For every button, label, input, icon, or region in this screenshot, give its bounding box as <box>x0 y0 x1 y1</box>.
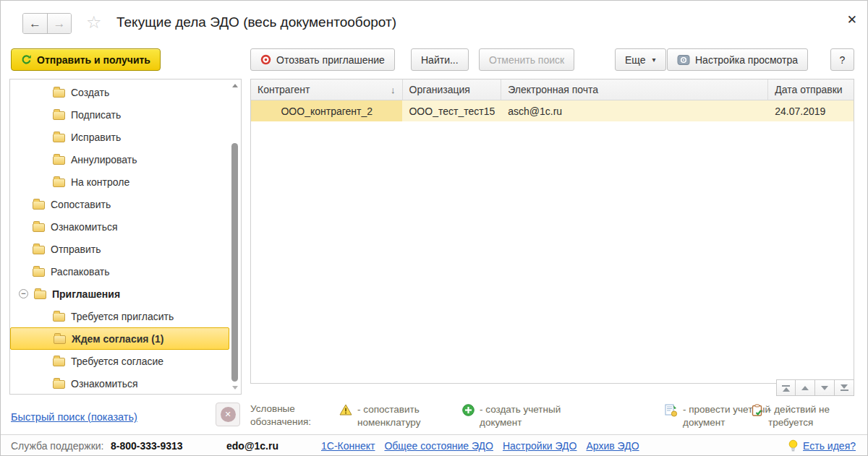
sidebar-item-label: Требуется согласие <box>71 356 163 367</box>
statusbar-links: 1С-Коннект Общее состояние ЭДО Настройки… <box>321 440 639 452</box>
column-label: Организация <box>409 84 470 95</box>
close-icon[interactable]: ✕ <box>847 12 857 27</box>
column-header-contragent[interactable]: Контрагент ↓ <box>251 79 403 100</box>
sidebar-scrollbar[interactable] <box>231 81 239 392</box>
sidebar-item-label: Исправить <box>71 132 121 143</box>
folder-icon <box>53 156 65 165</box>
sidebar-item-label: Распаковать <box>51 266 110 278</box>
cell-contragent[interactable]: ООО_контрагент_2 <box>251 100 402 121</box>
favorite-star-icon[interactable]: ☆ <box>86 12 102 33</box>
help-button[interactable]: ? <box>830 48 854 71</box>
sidebar-item-review[interactable]: Ознакомиться <box>10 215 229 238</box>
column-label: Контрагент <box>258 84 310 95</box>
folder-icon <box>33 201 45 210</box>
sidebar-item-label: Ознакомиться <box>71 378 138 390</box>
revoke-icon <box>260 54 271 65</box>
column-header-email[interactable]: Электронная почта <box>501 79 768 100</box>
help-label: ? <box>840 54 846 66</box>
triangle-up-icon <box>783 387 790 392</box>
folder-icon <box>53 358 65 366</box>
folder-icon <box>34 291 46 299</box>
link-edo-settings[interactable]: Настройки ЭДО <box>503 440 577 452</box>
view-settings-label: Настройка просмотра <box>695 54 798 66</box>
find-label: Найти... <box>421 54 459 66</box>
view-settings-button[interactable]: Настройка просмотра <box>667 48 808 71</box>
sidebar-item-label: Сопоставить <box>51 199 111 210</box>
forward-arrow-icon: → <box>54 17 66 31</box>
sidebar-item-label: Требуется пригласить <box>71 311 174 322</box>
first-bar-icon <box>782 385 790 387</box>
sidebar-item-label: Приглашения <box>52 288 120 300</box>
view-settings-icon <box>677 54 690 66</box>
go-first-button[interactable] <box>776 379 796 396</box>
legend-label: - сопоставить номенклатуру <box>357 403 438 429</box>
send-receive-label: Отправить и получить <box>37 54 150 66</box>
sidebar-item-review-2[interactable]: Ознакомиться <box>10 372 229 395</box>
cell-organization[interactable]: ООО_тест_тест15 <box>402 100 501 121</box>
sidebar-item-sign[interactable]: Подписать <box>10 103 229 126</box>
clear-x-icon: ✕ <box>221 407 236 422</box>
sidebar-item-annul[interactable]: Аннулировать <box>10 148 229 171</box>
folder-icon <box>53 380 65 389</box>
legend-title: Условные обозначения: <box>250 403 331 428</box>
status-bar: Служба поддержки: 8-800-333-9313 edo@1c.… <box>1 434 867 456</box>
folders-tree: Создать Подписать Исправить Аннулировать… <box>10 81 241 395</box>
quick-search-link[interactable]: Быстрый поиск (показать) <box>11 411 137 423</box>
go-prev-button[interactable] <box>796 379 815 396</box>
sidebar-item-label: Аннулировать <box>71 154 137 165</box>
link-1c-connect[interactable]: 1С-Коннект <box>321 440 375 452</box>
sidebar-item-match[interactable]: Сопоставить <box>10 193 229 215</box>
column-header-sent-date[interactable]: Дата отправки <box>768 79 854 100</box>
folder-icon <box>54 335 66 344</box>
find-button[interactable]: Найти... <box>411 48 469 71</box>
warning-icon <box>339 404 352 416</box>
legend-item-create-doc: - создать учетный документ <box>462 403 579 429</box>
folder-icon <box>33 246 45 254</box>
sidebar-item-invitations[interactable]: −Приглашения <box>10 283 229 305</box>
idea-link[interactable]: Есть идея? <box>803 440 856 452</box>
collapse-icon[interactable]: − <box>19 289 28 298</box>
folder-icon <box>53 89 65 98</box>
go-next-button[interactable] <box>815 379 835 396</box>
link-edo-status[interactable]: Общее состояние ЭДО <box>384 440 493 452</box>
table-row[interactable]: ООО_контрагент_2 ООО_тест_тест15 asch@1c… <box>251 100 854 121</box>
scroll-up-icon[interactable] <box>232 84 238 87</box>
sidebar-item-label: Отправить <box>51 244 101 255</box>
sidebar-item-send[interactable]: Отправить <box>10 238 229 260</box>
scroll-down-icon[interactable] <box>232 386 238 390</box>
last-bar-icon <box>841 390 848 391</box>
more-button[interactable]: Еще ▾ <box>615 48 666 71</box>
documents-table: Контрагент ↓ Организация Электронная поч… <box>250 79 854 384</box>
sidebar-item-unpack[interactable]: Распаковать <box>10 260 229 283</box>
no-action-icon <box>752 404 763 417</box>
sidebar-item-on-control[interactable]: На контроле <box>10 171 229 193</box>
column-header-organization[interactable]: Организация <box>403 79 502 100</box>
link-edo-archive[interactable]: Архив ЭДО <box>586 440 639 452</box>
go-last-button[interactable] <box>835 379 854 396</box>
support-phone: 8-800-333-9313 <box>111 440 183 452</box>
cancel-search-label: Отменить поиск <box>489 54 564 66</box>
folder-icon <box>53 134 65 142</box>
folder-icon <box>53 111 65 120</box>
sidebar-item-need-invite[interactable]: Требуется пригласить <box>10 305 229 327</box>
cell-sent-date[interactable]: 24.07.2019 <box>768 100 854 121</box>
legend-label: - действий не требуется <box>768 403 843 429</box>
clear-search-button[interactable]: ✕ <box>216 403 240 426</box>
sidebar-item-fix[interactable]: Исправить <box>10 126 229 148</box>
forward-button[interactable]: → <box>47 14 71 33</box>
idea-block: Есть идея? <box>788 439 856 452</box>
sidebar-item-awaiting-consent[interactable]: Ждем согласия (1) <box>10 327 229 350</box>
cancel-search-button[interactable]: Отменить поиск <box>479 48 574 71</box>
revoke-invitation-button[interactable]: Отозвать приглашение <box>250 48 395 71</box>
sidebar-item-create[interactable]: Создать <box>10 81 229 103</box>
folder-icon <box>33 223 45 232</box>
cell-email[interactable]: asch@1c.ru <box>501 100 768 121</box>
send-receive-button[interactable]: Отправить и получить <box>11 48 161 71</box>
folder-icon <box>53 178 65 187</box>
sidebar-item-consent-required[interactable]: Требуется согласие <box>10 350 229 372</box>
scrollbar-thumb[interactable] <box>231 143 238 382</box>
sidebar-item-label: На контроле <box>71 176 129 188</box>
support-label: Служба поддержки: <box>11 440 104 452</box>
app-window: ← → ☆ Текущие дела ЭДО (весь документооб… <box>0 0 868 456</box>
back-button[interactable]: ← <box>23 14 47 33</box>
